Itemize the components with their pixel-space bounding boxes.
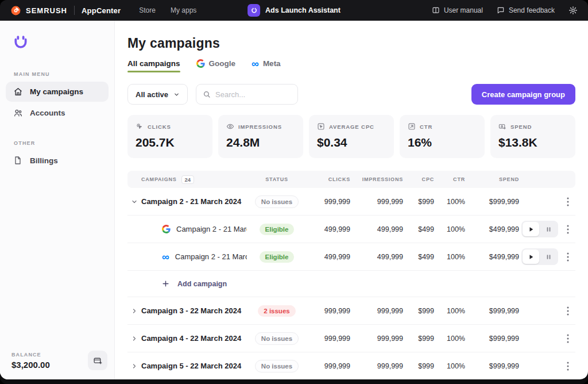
status-badge: No issues <box>255 360 299 373</box>
impressions-value: 499,999 <box>350 253 403 261</box>
search-input[interactable] <box>215 90 291 99</box>
balance-value: $3,200.00 <box>11 360 50 370</box>
current-app: Ads Launch Assistant <box>247 0 341 21</box>
balance-block: BALANCE $3,200.00 <box>11 351 107 370</box>
tab-google[interactable]: Google <box>196 59 236 72</box>
user-manual-link[interactable]: User manual <box>432 6 483 14</box>
create-campaign-group-button[interactable]: Create campaign group <box>471 84 575 105</box>
gear-icon[interactable] <box>568 6 578 15</box>
stat-label: IMPRESSIONS <box>238 124 282 130</box>
brand-divider <box>74 6 75 15</box>
chevron-right-icon[interactable] <box>127 363 141 370</box>
kebab-menu-icon[interactable] <box>560 197 575 206</box>
cpc-value: $999 <box>403 335 434 343</box>
play-button[interactable] <box>523 249 539 264</box>
app-window: SEMRUSH AppCenter Store My apps Ads Laun… <box>0 0 588 384</box>
google-icon <box>162 225 171 233</box>
nav-my-apps[interactable]: My apps <box>171 6 196 14</box>
home-icon <box>13 87 23 97</box>
cpc-value: $999 <box>403 198 434 206</box>
table-row[interactable]: Campaign 4 - 22 March 2024 No issues 999… <box>127 325 575 352</box>
table-row[interactable]: Campaign 5 - 22 March 2024 No issues 999… <box>127 352 575 379</box>
sidebar-item-accounts[interactable]: Accounts <box>6 103 109 123</box>
ctr-value: 100% <box>434 225 465 233</box>
table-row[interactable]: Campaign 2 - 21 March 2024 No issues 999… <box>127 188 575 216</box>
col-status: STATUS <box>247 176 307 182</box>
table-row[interactable]: ∞ Campaign 2 - 21 March 2024 Eligible 49… <box>127 243 575 271</box>
pause-button[interactable] <box>540 249 557 264</box>
ctr-icon <box>408 122 416 130</box>
campaign-name: Campaign 3 - 22 March 2024 <box>141 306 247 315</box>
stat-card-clicks: CLICKS 205.7K <box>127 115 212 158</box>
add-campaign-button[interactable]: Add campaign <box>127 271 575 297</box>
clicks-value: 999,999 <box>307 335 350 343</box>
status-badge: No issues <box>255 332 299 345</box>
nav-store[interactable]: Store <box>139 6 156 14</box>
col-spend: SPEND <box>465 176 519 182</box>
sidebar-item-billings[interactable]: Billings <box>6 151 109 170</box>
card-plus-icon <box>93 356 103 366</box>
app-body: MAIN MENU My campaigns Accounts OTHER Bi… <box>0 21 588 379</box>
meta-icon: ∞ <box>162 254 169 260</box>
play-pause-toggle <box>521 221 558 237</box>
pause-button[interactable] <box>540 222 557 236</box>
status-filter-select[interactable]: All active <box>127 84 188 105</box>
kebab-menu-icon[interactable] <box>560 225 575 234</box>
tab-meta[interactable]: ∞ Meta <box>252 59 281 72</box>
stat-value: $0.34 <box>317 136 386 149</box>
smiley-app-icon <box>247 4 260 17</box>
filter-row: All active Create campaign group <box>127 84 575 105</box>
impressions-value: 999,999 <box>350 307 403 315</box>
clicks-value: 999,999 <box>307 307 350 315</box>
spend-value: $999,999 <box>465 362 519 370</box>
clicks-value: 499,999 <box>307 253 350 261</box>
cpc-value: $999 <box>403 362 434 370</box>
cpc-value: $499 <box>403 253 434 261</box>
spend-value: $499,999 <box>465 225 519 233</box>
spend-value: $999,999 <box>465 307 519 315</box>
add-funds-button[interactable] <box>88 351 107 370</box>
kebab-menu-icon[interactable] <box>560 334 575 343</box>
play-button[interactable] <box>523 222 539 236</box>
ctr-value: 100% <box>434 335 465 343</box>
impressions-value: 999,999 <box>350 335 403 343</box>
campaign-name: Campaign 2 - 21 March 2024 <box>175 252 247 261</box>
sidebar-item-label: Billings <box>30 156 58 165</box>
campaign-name: Campaign 5 - 22 March 2024 <box>141 362 247 370</box>
product-name: AppCenter <box>82 6 121 15</box>
cpc-icon <box>317 122 325 130</box>
send-feedback-link[interactable]: Send feedback <box>497 6 555 14</box>
chevron-down-icon[interactable] <box>127 198 141 205</box>
clicks-value: 499,999 <box>307 225 350 233</box>
kebab-menu-icon[interactable] <box>560 362 575 371</box>
col-impressions: IMPRESSIONS <box>350 176 403 182</box>
stat-label: AVERAGE CPC <box>329 124 374 130</box>
kebab-menu-icon[interactable] <box>560 306 575 316</box>
chevron-right-icon[interactable] <box>127 308 141 314</box>
topbar: SEMRUSH AppCenter Store My apps Ads Laun… <box>0 0 588 21</box>
tabs: All campaigns Google ∞ Meta <box>127 59 575 72</box>
feedback-bubble-icon <box>497 6 505 14</box>
sidebar: MAIN MENU My campaigns Accounts OTHER Bi… <box>0 21 115 379</box>
brand-name: SEMRUSH <box>26 6 67 15</box>
status-badge: Eligible <box>260 251 295 263</box>
section-other: OTHER <box>14 140 114 146</box>
status-badge: Eligible <box>260 224 295 235</box>
stat-card-average-cpc: AVERAGE CPC $0.34 <box>309 115 394 158</box>
sidebar-item-label: My campaigns <box>30 87 83 96</box>
status-badge: No issues <box>255 195 299 208</box>
table-row[interactable]: Campaign 2 - 21 March 2024 Eligible 499,… <box>127 216 575 243</box>
send-feedback-label: Send feedback <box>509 6 555 14</box>
chevron-right-icon[interactable] <box>127 335 141 342</box>
spend-value: $499,999 <box>465 253 519 261</box>
ctr-value: 100% <box>434 198 465 206</box>
sidebar-item-my-campaigns[interactable]: My campaigns <box>6 82 109 102</box>
kebab-menu-icon[interactable] <box>560 252 575 262</box>
cpc-value: $999 <box>403 307 434 315</box>
ctr-value: 100% <box>434 362 465 370</box>
clicks-value: 999,999 <box>307 362 350 370</box>
table-row[interactable]: Campaign 3 - 22 March 2024 2 issues 999,… <box>127 297 575 325</box>
spend-icon <box>498 122 506 130</box>
semrush-brand[interactable]: SEMRUSH AppCenter <box>10 5 121 16</box>
tab-all-campaigns[interactable]: All campaigns <box>127 59 180 72</box>
